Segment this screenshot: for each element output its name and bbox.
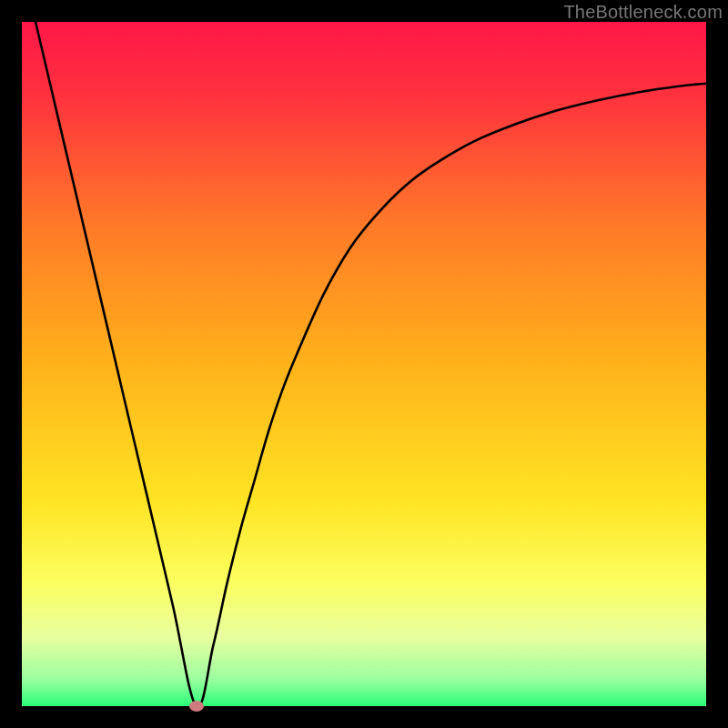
optimal-point-marker bbox=[189, 701, 204, 712]
chart-frame bbox=[22, 22, 706, 706]
watermark-text: TheBottleneck.com bbox=[563, 2, 723, 23]
gradient-background bbox=[22, 22, 706, 706]
bottleneck-plot bbox=[22, 22, 706, 706]
